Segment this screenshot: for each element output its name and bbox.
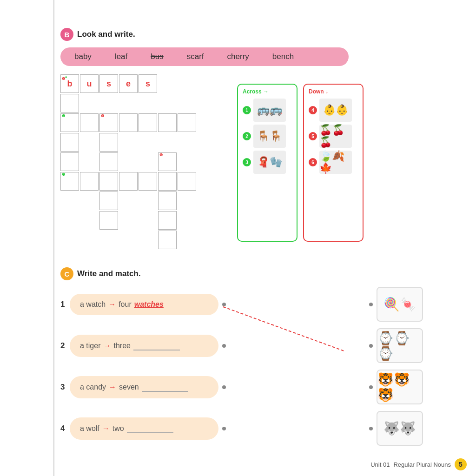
- cell-4-2: [139, 113, 157, 132]
- across-header: Across →: [243, 88, 292, 95]
- word-leaf: leaf: [115, 52, 127, 61]
- cell-0-2: ❷: [60, 113, 79, 132]
- page-number: 5: [455, 458, 467, 470]
- blank-2[interactable]: [133, 341, 180, 350]
- dot-left-1: [222, 303, 226, 306]
- blank-4[interactable]: [127, 424, 173, 433]
- clue-num-2: 2: [243, 132, 251, 140]
- clue-3: 3 🧣🧤: [243, 151, 292, 174]
- clue-num-5: 5: [309, 132, 317, 140]
- crossword-grid: ❶4 b u s e s ❷ ❺: [60, 74, 228, 242]
- answer-1: watches: [134, 300, 164, 309]
- cell-6-2: [178, 113, 196, 132]
- cell-1-0: u: [80, 74, 99, 93]
- cell-0-4: [60, 152, 79, 171]
- section-c-header: C Write and match.: [60, 267, 423, 280]
- label-b: B: [60, 28, 73, 41]
- cell-6-5: [178, 172, 196, 191]
- match-row-2: 2 a tiger → three ⌚⌚⌚: [60, 328, 423, 363]
- left-border: [53, 0, 54, 476]
- dot-left-2: [222, 344, 226, 348]
- match-box-4: a wolf → two: [70, 417, 218, 440]
- blank-3[interactable]: [142, 383, 188, 392]
- clue-num-6: 6: [309, 158, 317, 166]
- cell-2-3: [99, 133, 118, 152]
- arrow-2: →: [103, 342, 111, 350]
- row-num-3: 3: [60, 383, 70, 392]
- down-clues: Down ↓ 4 👶👶 5 🍒🍒🍒 6 🍃🍂🍁: [303, 84, 364, 242]
- count-2: three: [113, 342, 130, 350]
- arrow-1: →: [108, 300, 116, 309]
- match-row-3: 3 a candy → seven 🐯🐯🐯: [60, 370, 423, 404]
- dot-right-3: [369, 385, 373, 389]
- cell-1-2: [80, 113, 99, 132]
- cell-0-0: ❶4 b: [60, 74, 79, 93]
- count-4: two: [112, 424, 124, 433]
- image-1: 🍭🍬: [377, 287, 423, 322]
- section-c: C Write and match. 1 a watch → four watc…: [60, 267, 423, 452]
- cell-2-0: s: [99, 74, 118, 93]
- dot-right-1: [369, 303, 373, 306]
- clue-4: 4 👶👶: [309, 99, 358, 122]
- section-c-title: Write and match.: [77, 269, 141, 278]
- cell-5-5: [158, 172, 177, 191]
- clue-img-1: 🚌🚌: [253, 99, 286, 122]
- row-num-4: 4: [60, 424, 70, 433]
- section-b-title: Look and write.: [77, 30, 135, 39]
- singular-4: a wolf: [80, 424, 99, 433]
- across-clues: Across → 1 🚌🚌 2 🪑🪑 3 🧣🧤: [237, 84, 298, 242]
- clue-num-3: 3: [243, 158, 251, 166]
- count-1: four: [119, 300, 132, 309]
- clue-img-5: 🍒🍒🍒: [319, 125, 352, 148]
- cell-2-6: [99, 192, 118, 210]
- cell-2-4: [99, 152, 118, 171]
- cell-5-4: ❻: [158, 152, 177, 171]
- footer: Unit 01 Regular Plural Nouns 5: [370, 458, 467, 470]
- arrow-4: →: [102, 424, 110, 433]
- dot-right-4: [369, 427, 373, 430]
- cell-0-1: [60, 94, 79, 112]
- image-2: ⌚⌚⌚: [377, 328, 423, 363]
- cell-0-3: [60, 133, 79, 152]
- dot-left-4: [222, 427, 226, 430]
- image-4: 🐺🐺: [377, 411, 423, 446]
- cell-5-8: [158, 231, 177, 249]
- clue-5: 5 🍒🍒🍒: [309, 125, 358, 148]
- row-num-1: 1: [60, 300, 70, 309]
- cell-3-5: [119, 172, 138, 191]
- match-box-2: a tiger → three: [70, 335, 218, 357]
- image-3: 🐯🐯🐯: [377, 370, 423, 404]
- cell-4-0: s: [139, 74, 157, 93]
- label-c: C: [60, 267, 73, 280]
- match-row-4: 4 a wolf → two 🐺🐺: [60, 411, 423, 446]
- cell-1-5: [80, 172, 99, 191]
- footer-topic: Regular Plural Nouns: [393, 461, 451, 468]
- cell-5-2: [158, 113, 177, 132]
- cell-5-6: [158, 192, 177, 210]
- match-box-3: a candy → seven: [70, 376, 218, 398]
- clue-img-2: 🪑🪑: [253, 125, 286, 148]
- footer-unit: Unit 01: [370, 461, 390, 468]
- cell-3-2: [119, 113, 138, 132]
- singular-2: a tiger: [80, 342, 100, 350]
- singular-3: a candy: [80, 383, 106, 391]
- word-scarf: scarf: [187, 52, 204, 61]
- clue-img-3: 🧣🧤: [253, 151, 286, 174]
- count-3: seven: [119, 383, 139, 391]
- dot-right-2: [369, 344, 373, 348]
- row-num-2: 2: [60, 341, 70, 350]
- word-bench: bench: [272, 52, 294, 61]
- arrow-3: →: [109, 383, 116, 391]
- cell-0-5: ❸: [60, 172, 79, 191]
- match-row-1: 1 a watch → four watches 🍭🍬: [60, 287, 423, 322]
- clue-img-6: 🍃🍂🍁: [319, 151, 352, 174]
- down-header: Down ↓: [309, 88, 358, 95]
- dot-left-3: [222, 385, 226, 389]
- section-b: B Look and write. baby leaf bus scarf ch…: [60, 28, 414, 242]
- cell-2-2: ❺: [99, 113, 118, 132]
- clue-1: 1 🚌🚌: [243, 99, 292, 122]
- crossword-area: ❶4 b u s e s ❷ ❺: [60, 74, 414, 242]
- word-bank: baby leaf bus scarf cherry bench: [60, 47, 349, 66]
- cell-2-7: [99, 211, 118, 230]
- clue-num-1: 1: [243, 106, 251, 114]
